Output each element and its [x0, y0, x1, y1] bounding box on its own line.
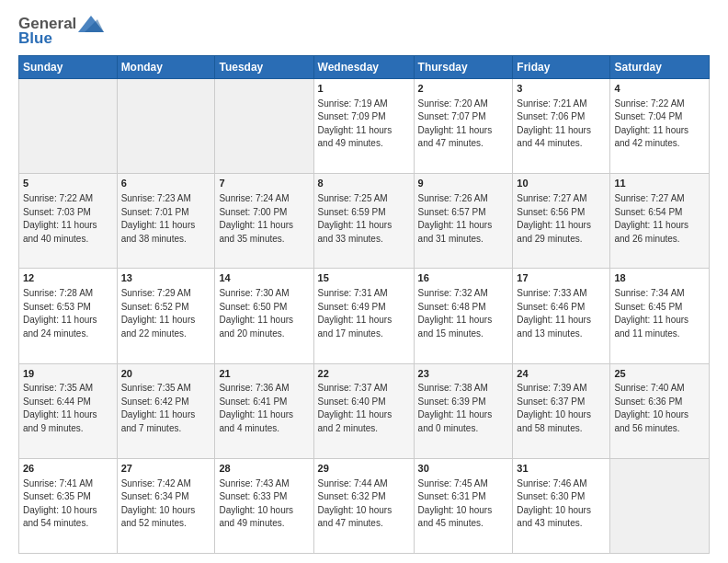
calendar-cell: 19Sunrise: 7:35 AMSunset: 6:44 PMDayligh… — [19, 363, 118, 458]
calendar-cell: 6Sunrise: 7:23 AMSunset: 7:01 PMDaylight… — [117, 174, 215, 269]
calendar-cell: 1Sunrise: 7:19 AMSunset: 7:09 PMDaylight… — [313, 79, 414, 174]
day-number: 27 — [121, 462, 211, 476]
calendar-cell: 7Sunrise: 7:24 AMSunset: 7:00 PMDaylight… — [215, 174, 313, 269]
sunrise-text: Sunrise: 7:25 AM — [318, 193, 388, 203]
calendar-cell: 26Sunrise: 7:41 AMSunset: 6:35 PMDayligh… — [19, 458, 118, 553]
day-number: 8 — [318, 177, 410, 190]
day-number: 20 — [121, 367, 211, 381]
daylight-text: Daylight: 11 hours and 24 minutes. — [23, 315, 97, 339]
calendar-cell: 30Sunrise: 7:45 AMSunset: 6:31 PMDayligh… — [414, 458, 513, 553]
sunrise-text: Sunrise: 7:42 AM — [121, 478, 191, 488]
calendar-cell: 21Sunrise: 7:36 AMSunset: 6:41 PMDayligh… — [215, 363, 313, 458]
daylight-text: Daylight: 10 hours and 45 minutes. — [418, 505, 493, 529]
calendar-cell: 5Sunrise: 7:22 AMSunset: 7:03 PMDaylight… — [19, 174, 118, 269]
calendar-cell: 23Sunrise: 7:38 AMSunset: 6:39 PMDayligh… — [414, 363, 513, 458]
sunrise-text: Sunrise: 7:38 AM — [418, 383, 488, 393]
sunset-text: Sunset: 6:33 PM — [219, 491, 287, 501]
day-number: 12 — [23, 271, 113, 285]
day-number: 6 — [121, 177, 211, 190]
daylight-text: Daylight: 11 hours and 9 minutes. — [23, 409, 97, 433]
day-number: 30 — [418, 462, 509, 476]
calendar-cell: 11Sunrise: 7:27 AMSunset: 6:54 PMDayligh… — [610, 174, 710, 269]
daylight-text: Daylight: 11 hours and 2 minutes. — [318, 409, 392, 433]
calendar-cell — [19, 79, 118, 174]
sunset-text: Sunset: 6:54 PM — [614, 207, 682, 217]
calendar-cell: 3Sunrise: 7:21 AMSunset: 7:06 PMDaylight… — [513, 79, 610, 174]
day-number: 15 — [318, 271, 410, 285]
header: General Blue — [18, 15, 710, 48]
calendar-cell: 17Sunrise: 7:33 AMSunset: 6:46 PMDayligh… — [513, 269, 610, 363]
sunset-text: Sunset: 6:56 PM — [517, 207, 585, 217]
daylight-text: Daylight: 11 hours and 40 minutes. — [23, 220, 97, 244]
sunrise-text: Sunrise: 7:24 AM — [219, 193, 289, 203]
sunset-text: Sunset: 7:04 PM — [614, 111, 682, 121]
sunrise-text: Sunrise: 7:20 AM — [418, 98, 488, 109]
daylight-text: Daylight: 11 hours and 47 minutes. — [418, 125, 493, 149]
logo-icon — [78, 16, 104, 32]
weekday-header: Wednesday — [313, 56, 414, 79]
sunrise-text: Sunrise: 7:32 AM — [418, 288, 488, 298]
logo: General Blue — [18, 15, 104, 48]
calendar-cell — [610, 458, 710, 553]
daylight-text: Daylight: 11 hours and 26 minutes. — [614, 220, 688, 244]
sunrise-text: Sunrise: 7:30 AM — [219, 288, 289, 298]
sunset-text: Sunset: 6:36 PM — [614, 396, 682, 407]
day-number: 24 — [517, 367, 606, 381]
sunset-text: Sunset: 6:45 PM — [614, 302, 682, 312]
calendar-cell — [215, 79, 313, 174]
sunset-text: Sunset: 6:50 PM — [219, 302, 287, 312]
sunrise-text: Sunrise: 7:29 AM — [121, 288, 191, 298]
calendar-cell: 8Sunrise: 7:25 AMSunset: 6:59 PMDaylight… — [313, 174, 414, 269]
day-number: 17 — [517, 271, 606, 285]
sunrise-text: Sunrise: 7:45 AM — [418, 478, 488, 488]
day-number: 11 — [614, 177, 705, 190]
daylight-text: Daylight: 11 hours and 4 minutes. — [219, 409, 293, 433]
daylight-text: Daylight: 11 hours and 33 minutes. — [318, 220, 392, 244]
day-number: 3 — [517, 82, 606, 96]
sunset-text: Sunset: 7:03 PM — [23, 207, 91, 217]
daylight-text: Daylight: 11 hours and 11 minutes. — [614, 315, 688, 339]
daylight-text: Daylight: 11 hours and 0 minutes. — [418, 409, 493, 433]
calendar-cell: 22Sunrise: 7:37 AMSunset: 6:40 PMDayligh… — [313, 363, 414, 458]
day-number: 14 — [219, 271, 309, 285]
day-number: 28 — [219, 462, 309, 476]
sunrise-text: Sunrise: 7:36 AM — [219, 383, 289, 393]
sunrise-text: Sunrise: 7:40 AM — [614, 383, 684, 393]
calendar-cell: 18Sunrise: 7:34 AMSunset: 6:45 PMDayligh… — [610, 269, 710, 363]
sunset-text: Sunset: 6:53 PM — [23, 302, 91, 312]
day-number: 1 — [318, 82, 410, 96]
sunset-text: Sunset: 6:40 PM — [318, 396, 386, 407]
sunset-text: Sunset: 6:44 PM — [23, 396, 91, 407]
sunrise-text: Sunrise: 7:27 AM — [517, 193, 586, 203]
sunrise-text: Sunrise: 7:26 AM — [418, 193, 488, 203]
day-number: 26 — [23, 462, 113, 476]
sunset-text: Sunset: 6:37 PM — [517, 396, 585, 407]
day-number: 7 — [219, 177, 309, 190]
sunrise-text: Sunrise: 7:46 AM — [517, 478, 586, 488]
sunrise-text: Sunrise: 7:37 AM — [318, 383, 388, 393]
sunset-text: Sunset: 6:48 PM — [418, 302, 486, 312]
sunset-text: Sunset: 6:39 PM — [418, 396, 486, 407]
day-number: 25 — [614, 367, 705, 381]
sunset-text: Sunset: 7:00 PM — [219, 207, 287, 217]
daylight-text: Daylight: 11 hours and 15 minutes. — [418, 315, 493, 339]
daylight-text: Daylight: 10 hours and 47 minutes. — [318, 505, 392, 529]
weekday-header: Thursday — [414, 56, 513, 79]
daylight-text: Daylight: 11 hours and 7 minutes. — [121, 409, 196, 433]
sunrise-text: Sunrise: 7:31 AM — [318, 288, 388, 298]
calendar-week-row: 12Sunrise: 7:28 AMSunset: 6:53 PMDayligh… — [19, 269, 710, 363]
logo-blue: Blue — [18, 29, 52, 48]
calendar-table: SundayMondayTuesdayWednesdayThursdayFrid… — [18, 55, 710, 554]
sunset-text: Sunset: 6:46 PM — [517, 302, 585, 312]
sunrise-text: Sunrise: 7:21 AM — [517, 98, 586, 109]
sunset-text: Sunset: 6:32 PM — [318, 491, 386, 501]
sunrise-text: Sunrise: 7:27 AM — [614, 193, 684, 203]
weekday-header: Saturday — [610, 56, 710, 79]
daylight-text: Daylight: 11 hours and 17 minutes. — [318, 315, 392, 339]
day-number: 18 — [614, 271, 705, 285]
day-number: 10 — [517, 177, 606, 190]
day-number: 13 — [121, 271, 211, 285]
sunset-text: Sunset: 7:06 PM — [517, 111, 585, 121]
sunrise-text: Sunrise: 7:39 AM — [517, 383, 586, 393]
calendar-cell: 9Sunrise: 7:26 AMSunset: 6:57 PMDaylight… — [414, 174, 513, 269]
